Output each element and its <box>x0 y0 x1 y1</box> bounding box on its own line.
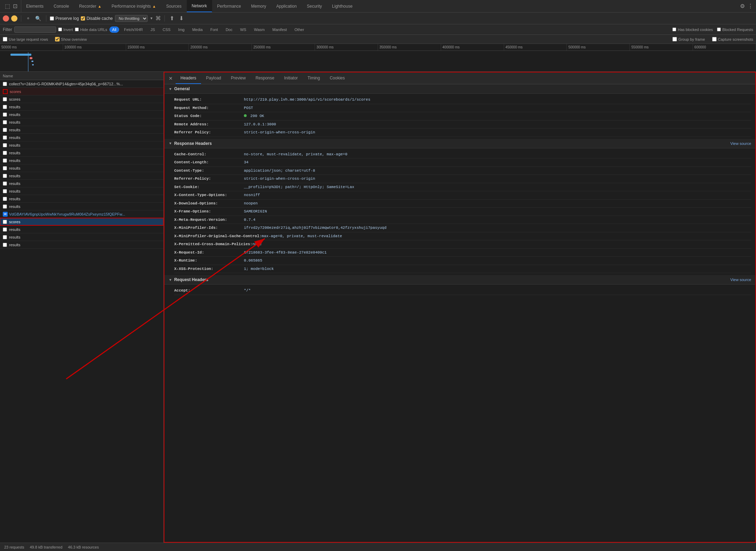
capture-screenshots-label[interactable]: Capture screenshots <box>712 37 754 41</box>
blocked-requests-label[interactable]: Blocked Requests <box>717 28 753 32</box>
filter-input[interactable] <box>14 26 56 33</box>
request-headers-view-source[interactable]: View source <box>730 278 751 282</box>
request-row[interactable]: scores <box>0 88 163 95</box>
request-row[interactable]: results <box>0 103 163 111</box>
request-row[interactable]: results <box>0 164 163 172</box>
tab-security[interactable]: Security <box>302 0 327 12</box>
row-checkbox[interactable] <box>3 82 7 86</box>
filter-chip-manifest[interactable]: Manifest <box>270 26 290 33</box>
request-row[interactable]: collect?v=2&tid=G-RD0MK4NP14&gtm=45je34q… <box>0 80 163 88</box>
filter-chip-font[interactable]: Font <box>208 26 221 33</box>
request-headers-section-header[interactable]: ▼ Request Headers View source <box>164 275 755 285</box>
row-checkbox[interactable] <box>3 97 7 101</box>
filter-chip-js[interactable]: JS <box>148 26 158 33</box>
row-checkbox[interactable] <box>3 189 7 193</box>
timeline-area[interactable]: 50000 ms 100000 ms 150000 ms 200000 ms 2… <box>0 44 756 72</box>
has-blocked-cookies-label[interactable]: Has blocked cookies <box>672 28 713 32</box>
tab-sources[interactable]: Sources <box>161 0 187 12</box>
disable-cache-checkbox[interactable] <box>81 16 85 21</box>
request-row[interactable]: results <box>0 118 163 126</box>
tab-recorder[interactable]: Recorder ▲ <box>74 0 107 12</box>
request-row[interactable]: results <box>0 226 163 233</box>
request-row[interactable]: results <box>0 134 163 141</box>
has-blocked-cookies-checkbox[interactable] <box>672 28 676 31</box>
group-by-frame-label[interactable]: Group by frame <box>672 37 705 41</box>
tab-lighthouse[interactable]: Lighthouse <box>327 0 358 12</box>
tab-console[interactable]: Console <box>49 0 74 12</box>
row-checkbox[interactable] <box>3 158 7 163</box>
request-row[interactable]: results <box>0 141 163 149</box>
row-checkbox[interactable] <box>3 112 7 117</box>
response-headers-section-header[interactable]: ▼ Response Headers View source <box>164 139 755 148</box>
row-checkbox[interactable] <box>3 220 7 224</box>
detail-tab-cookies[interactable]: Cookies <box>325 72 349 84</box>
request-row[interactable]: results <box>0 126 163 134</box>
filter-chip-all[interactable]: All <box>109 26 119 33</box>
row-checkbox[interactable] <box>3 128 7 132</box>
throttle-select[interactable]: No throttling <box>115 15 148 22</box>
request-row[interactable]: results <box>0 195 163 203</box>
request-row-websocket[interactable]: W VdGBAYIAV6gnpUpoWwNkYvrugw9RuM064ZsPxe… <box>0 210 163 218</box>
hide-data-urls-label[interactable]: Hide data URLs <box>75 28 107 32</box>
capture-screenshots-checkbox[interactable] <box>712 37 717 41</box>
request-row[interactable]: results <box>0 233 163 241</box>
tab-application[interactable]: Application <box>271 0 302 12</box>
invert-checkbox[interactable] <box>58 28 62 31</box>
row-checkbox[interactable] <box>3 174 7 178</box>
row-checkbox[interactable] <box>3 143 7 147</box>
request-row[interactable]: results <box>0 203 163 210</box>
row-checkbox[interactable] <box>3 166 7 170</box>
request-row-selected[interactable]: scores <box>0 218 163 226</box>
request-row[interactable]: results <box>0 111 163 118</box>
inspect-icon[interactable]: ⬚ <box>5 3 10 9</box>
detail-close-btn[interactable]: ✕ <box>166 74 176 83</box>
large-rows-checkbox[interactable] <box>3 37 7 41</box>
filter-chip-wasm[interactable]: Wasm <box>251 26 268 33</box>
request-row[interactable]: results <box>0 241 163 249</box>
row-checkbox[interactable] <box>3 235 7 239</box>
row-checkbox[interactable] <box>3 204 7 209</box>
show-overview-label[interactable]: Show overview <box>55 37 87 41</box>
device-icon[interactable]: ⊡ <box>13 3 17 9</box>
filter-chip-other[interactable]: Other <box>292 26 307 33</box>
disable-cache-label[interactable]: Disable cache <box>81 16 113 21</box>
request-row[interactable]: results <box>0 187 163 195</box>
filter-chip-doc[interactable]: Doc <box>223 26 236 33</box>
row-checkbox[interactable] <box>3 105 7 109</box>
blocked-requests-checkbox[interactable] <box>717 28 721 31</box>
filter-chip-media[interactable]: Media <box>190 26 206 33</box>
detail-tab-payload[interactable]: Payload <box>201 72 226 84</box>
preserve-log-label[interactable]: Preserve log <box>50 16 79 21</box>
tab-performance-insights[interactable]: Performance insights ▲ <box>107 0 161 12</box>
tab-memory[interactable]: Memory <box>246 0 271 12</box>
filter-chip-img[interactable]: Img <box>175 26 187 33</box>
hide-data-urls-checkbox[interactable] <box>75 28 79 31</box>
tab-network[interactable]: Network <box>187 0 212 12</box>
show-overview-checkbox[interactable] <box>55 37 60 41</box>
detail-tab-preview[interactable]: Preview <box>226 72 251 84</box>
filter-chip-ws[interactable]: WS <box>237 26 249 33</box>
detail-tab-headers[interactable]: Headers <box>176 72 201 84</box>
filter-chip-fetchxhr[interactable]: Fetch/XHR <box>121 26 146 33</box>
row-checkbox[interactable] <box>3 151 7 155</box>
export-btn[interactable]: ⬇ <box>178 14 185 22</box>
request-row[interactable]: results <box>0 180 163 187</box>
row-checkbox[interactable] <box>3 181 7 186</box>
row-checkbox[interactable] <box>3 227 7 232</box>
stop-recording-btn[interactable] <box>3 15 9 22</box>
search-btn[interactable]: 🔍 <box>34 15 43 22</box>
detail-tab-response[interactable]: Response <box>250 72 279 84</box>
response-headers-view-source[interactable]: View source <box>730 141 751 146</box>
large-rows-label[interactable]: Use large request rows <box>3 37 48 41</box>
request-list[interactable]: Name collect?v=2&tid=G-RD0MK4NP14&gtm=45… <box>0 72 164 543</box>
filter-chip-css[interactable]: CSS <box>160 26 173 33</box>
row-checkbox[interactable] <box>3 243 7 247</box>
invert-label[interactable]: Invert <box>58 28 73 32</box>
more-icon[interactable]: ⋮ <box>748 3 753 9</box>
row-checkbox[interactable] <box>3 197 7 201</box>
filter-icon-btn[interactable]: ⚬ <box>25 15 32 22</box>
tab-performance[interactable]: Performance <box>212 0 246 12</box>
tab-elements[interactable]: Elements <box>21 0 49 12</box>
request-row[interactable]: results <box>0 157 163 164</box>
request-row[interactable]: scores <box>0 95 163 103</box>
